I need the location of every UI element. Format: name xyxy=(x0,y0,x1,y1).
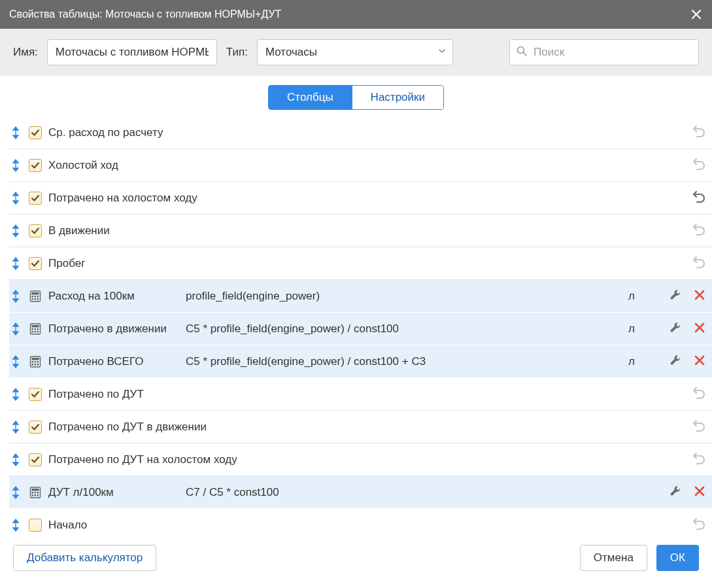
wrench-icon[interactable] xyxy=(669,354,682,370)
column-row: В движении xyxy=(9,215,712,247)
delete-icon[interactable] xyxy=(694,322,705,336)
column-label: Холостой ход xyxy=(48,159,677,172)
column-row: Пробег xyxy=(9,247,712,280)
column-label: Потрачено на холостом ходу xyxy=(48,192,677,205)
drag-handle-icon[interactable] xyxy=(9,387,22,402)
tab-columns[interactable]: Столбцы xyxy=(269,86,352,109)
tabs: Столбцы Настройки xyxy=(0,76,712,116)
svg-rect-10 xyxy=(32,325,39,328)
close-icon[interactable] xyxy=(690,8,703,21)
column-formula: C5 * profile_field(engine_power) / const… xyxy=(186,355,622,368)
search-input[interactable] xyxy=(509,39,699,65)
dialog: Свойства таблицы: Моточасы с топливом НО… xyxy=(0,0,712,588)
undo-icon[interactable] xyxy=(691,256,705,271)
svg-rect-7 xyxy=(35,298,37,300)
column-checkbox[interactable] xyxy=(29,224,42,237)
svg-rect-22 xyxy=(32,364,34,366)
drag-handle-icon[interactable] xyxy=(9,518,22,532)
svg-rect-23 xyxy=(35,364,37,366)
column-formula: C7 / C5 * const100 xyxy=(186,486,622,499)
column-label: Пробег xyxy=(48,257,677,270)
calculator-icon xyxy=(29,486,42,499)
column-row: Потрачено на холостом ходу xyxy=(9,182,712,215)
column-row: Расход на 100кмprofile_field(engine_powe… xyxy=(9,280,712,313)
drag-handle-icon[interactable] xyxy=(9,355,22,369)
tab-settings[interactable]: Настройки xyxy=(352,86,443,109)
column-checkbox[interactable] xyxy=(29,421,42,434)
svg-rect-6 xyxy=(32,298,34,300)
column-formula: C5 * profile_field(engine_power) / const… xyxy=(186,322,622,336)
undo-icon[interactable] xyxy=(691,223,705,239)
column-row: Начало xyxy=(9,509,712,533)
column-checkbox[interactable] xyxy=(29,126,42,139)
column-row: Потрачено по ДУТ в движении xyxy=(9,411,712,443)
svg-rect-32 xyxy=(37,494,39,496)
svg-rect-21 xyxy=(37,361,39,363)
drag-handle-icon[interactable] xyxy=(9,289,22,303)
column-checkbox[interactable] xyxy=(29,192,42,205)
column-checkbox[interactable] xyxy=(29,159,42,172)
name-input[interactable] xyxy=(47,39,217,65)
column-row: Потрачено по ДУТ на холостом ходу xyxy=(9,443,712,476)
undo-icon[interactable] xyxy=(691,517,705,533)
column-label: Потрачено ВСЕГО xyxy=(48,355,179,368)
svg-rect-30 xyxy=(32,494,34,496)
add-calculator-button[interactable]: Добавить калькулятор xyxy=(13,545,156,571)
svg-rect-19 xyxy=(32,361,34,363)
svg-rect-15 xyxy=(35,331,37,333)
column-label: Потрачено по ДУТ в движении xyxy=(48,421,677,434)
calculator-icon xyxy=(29,355,42,368)
column-label: Начало xyxy=(48,519,677,532)
type-select-value: Моточасы xyxy=(265,46,317,59)
wrench-icon[interactable] xyxy=(669,288,682,304)
undo-icon[interactable] xyxy=(691,125,705,141)
svg-rect-16 xyxy=(37,331,39,333)
undo-icon[interactable] xyxy=(691,158,705,173)
column-checkbox[interactable] xyxy=(29,519,42,532)
delete-icon[interactable] xyxy=(694,355,705,369)
undo-icon[interactable] xyxy=(691,452,705,468)
column-checkbox[interactable] xyxy=(29,388,42,401)
column-label: Потрачено по ДУТ на холостом ходу xyxy=(48,453,677,466)
drag-handle-icon[interactable] xyxy=(9,485,22,500)
column-label: Расход на 100км xyxy=(48,290,179,303)
svg-rect-26 xyxy=(32,489,39,491)
column-checkbox[interactable] xyxy=(29,257,42,270)
cancel-button[interactable]: Отмена xyxy=(580,545,647,571)
svg-rect-27 xyxy=(32,492,34,494)
column-unit: л xyxy=(628,355,654,368)
column-row: Ср. расход по расчету xyxy=(9,116,712,149)
drag-handle-icon[interactable] xyxy=(9,158,22,173)
column-label: Ср. расход по расчету xyxy=(48,126,677,139)
ok-button[interactable]: ОК xyxy=(656,545,699,571)
drag-handle-icon[interactable] xyxy=(9,453,22,467)
column-checkbox[interactable] xyxy=(29,453,42,466)
column-row: ДУТ л/100кмC7 / C5 * const100 xyxy=(9,476,712,509)
svg-rect-5 xyxy=(37,296,39,298)
drag-handle-icon[interactable] xyxy=(9,224,22,238)
svg-rect-4 xyxy=(35,296,37,298)
undo-icon[interactable] xyxy=(691,387,705,402)
column-row: Холостой ход xyxy=(9,149,712,182)
calculator-icon xyxy=(29,290,42,303)
calculator-icon xyxy=(29,322,42,336)
drag-handle-icon[interactable] xyxy=(9,256,22,271)
dialog-title: Свойства таблицы: Моточасы с топливом НО… xyxy=(9,9,281,20)
column-label: Потрачено по ДУТ xyxy=(48,388,677,401)
titlebar: Свойства таблицы: Моточасы с топливом НО… xyxy=(0,0,712,29)
column-label: ДУТ л/100км xyxy=(48,486,179,499)
drag-handle-icon[interactable] xyxy=(9,420,22,434)
wrench-icon[interactable] xyxy=(669,321,682,337)
name-label: Имя: xyxy=(13,46,38,59)
drag-handle-icon[interactable] xyxy=(9,322,22,336)
delete-icon[interactable] xyxy=(694,289,705,303)
column-unit: л xyxy=(628,322,654,336)
svg-rect-14 xyxy=(32,331,34,333)
wrench-icon[interactable] xyxy=(669,485,682,500)
undo-icon[interactable] xyxy=(691,190,705,206)
delete-icon[interactable] xyxy=(694,485,705,500)
type-select[interactable]: Моточасы xyxy=(257,39,453,65)
undo-icon[interactable] xyxy=(691,419,705,435)
drag-handle-icon[interactable] xyxy=(9,191,22,205)
drag-handle-icon[interactable] xyxy=(9,126,22,140)
